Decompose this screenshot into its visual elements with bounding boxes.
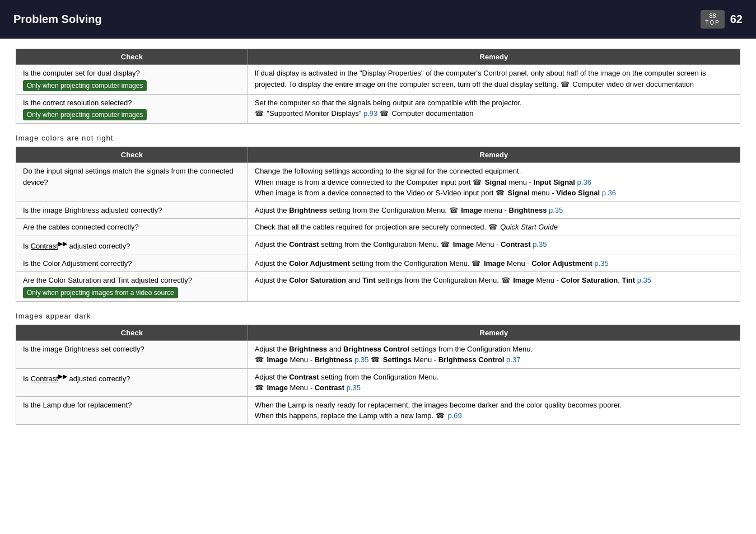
header-title: Problem Solving: [13, 13, 102, 26]
table2-row2-remedy: Adjust the Brightness setting from the C…: [248, 202, 740, 219]
table-row: Is the image Brightness set correctly? A…: [16, 340, 740, 368]
table-row: Is the image Brightness adjusted correct…: [16, 202, 740, 219]
table-images-dark: Check Remedy Is the image Brightness set…: [16, 325, 740, 425]
table2-row5-check: Is the Color Adjustment correctly?: [16, 255, 248, 272]
table2-row4-remedy: Adjust the Contrast setting from the Con…: [248, 236, 740, 255]
table1-row1-check: Is the computer set for dual display? On…: [16, 65, 248, 95]
header: Problem Solving 88 TOP 62: [0, 0, 756, 39]
table2-row3-remedy: Check that all the cables required for p…: [248, 219, 740, 236]
section1-label: Image colors are not right: [16, 134, 740, 142]
table2-row6-check: Are the Color Saturation and Tint adjust…: [16, 272, 248, 302]
table1-col2-header: Remedy: [248, 49, 740, 65]
link-p35c[interactable]: p.35: [594, 259, 608, 268]
link-p69[interactable]: p.69: [447, 411, 461, 420]
table-row: Is Contrast▶▶ adjusted correctly? Adjust…: [16, 368, 740, 396]
table-row: Is the computer set for dual display? On…: [16, 65, 740, 95]
link-p35e[interactable]: p.35: [354, 355, 368, 364]
table3-col2-header: Remedy: [248, 325, 740, 340]
table2-row1-check: Do the input signal settings match the s…: [16, 163, 248, 202]
table2-row4-check: Is Contrast▶▶ adjusted correctly?: [16, 236, 248, 255]
badge-line2: TOP: [705, 20, 720, 26]
table3-row3-check: Is the Lamp due for replacement?: [16, 396, 248, 424]
link-p93[interactable]: p.93: [363, 109, 377, 118]
link-p35f[interactable]: p.35: [347, 383, 361, 392]
check-text: Is the correct resolution selected?: [23, 99, 132, 107]
table-row: Are the Color Saturation and Tint adjust…: [16, 272, 740, 302]
table1-row1-remedy: If dual display is activated in the "Dis…: [248, 65, 740, 95]
link-p35a[interactable]: p.35: [549, 206, 563, 214]
table-row: Is Contrast▶▶ adjusted correctly? Adjust…: [16, 236, 740, 255]
table3-col1-header: Check: [16, 325, 248, 340]
page-number: 62: [730, 13, 743, 26]
badge-line1: 88: [709, 12, 716, 20]
table2-row6-remedy: Adjust the Color Saturation and Tint set…: [248, 272, 740, 302]
check-text: Is the computer set for dual display?: [23, 69, 140, 77]
table3-row1-remedy: Adjust the Brightness and Brightness Con…: [248, 340, 740, 368]
table-row: Is the Lamp due for replacement? When th…: [16, 396, 740, 424]
table3-row3-remedy: When the Lamp is nearly ready for replac…: [248, 396, 740, 424]
table2-col2-header: Remedy: [248, 147, 740, 163]
table-row: Is the Color Adjustment correctly? Adjus…: [16, 255, 740, 272]
table2-row3-check: Are the cables connected correctly?: [16, 219, 248, 236]
table-dual-display: Check Remedy Is the computer set for dua…: [16, 49, 740, 124]
check-badge-video: Only when projecting images from a video…: [23, 287, 178, 298]
table-row: Do the input signal settings match the s…: [16, 163, 740, 202]
check-badge: Only when projecting computer images: [23, 80, 147, 91]
table-image-colors: Check Remedy Do the input signal setting…: [16, 147, 740, 301]
link-p36a[interactable]: p.36: [577, 178, 591, 186]
table3-row1-check: Is the image Brightness set correctly?: [16, 340, 248, 368]
table1-col1-header: Check: [16, 49, 248, 65]
top-badge: 88 TOP: [701, 10, 724, 29]
section2-label: Images appear dark: [16, 312, 740, 320]
link-p35d[interactable]: p.35: [637, 276, 651, 284]
table2-row2-check: Is the image Brightness adjusted correct…: [16, 202, 248, 219]
table1-row2-remedy: Set the computer so that the signals bei…: [248, 94, 740, 124]
header-right: 88 TOP 62: [701, 10, 743, 29]
table-row: Is the correct resolution selected? Only…: [16, 94, 740, 124]
table2-row1-remedy: Change the following settings according …: [248, 163, 740, 202]
check-badge: Only when projecting computer images: [23, 109, 147, 120]
table2-col1-header: Check: [16, 147, 248, 163]
table3-row2-remedy: Adjust the Contrast setting from the Con…: [248, 368, 740, 396]
table1-row2-check: Is the correct resolution selected? Only…: [16, 94, 248, 124]
table-row: Are the cables connected correctly? Chec…: [16, 219, 740, 236]
link-p35b[interactable]: p.35: [533, 240, 547, 249]
table2-row5-remedy: Adjust the Color Adjustment setting from…: [248, 255, 740, 272]
table3-row2-check: Is Contrast▶▶ adjusted correctly?: [16, 368, 248, 396]
link-p37[interactable]: p.37: [506, 355, 520, 364]
link-p36b[interactable]: p.36: [602, 189, 616, 197]
